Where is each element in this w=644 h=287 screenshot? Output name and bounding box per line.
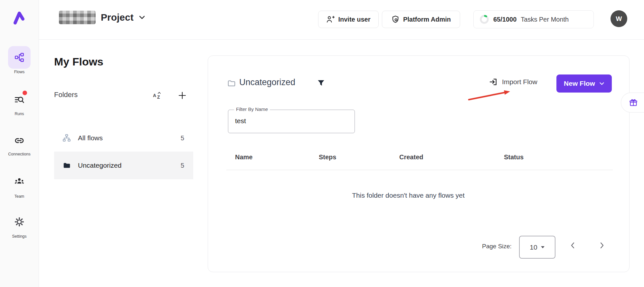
sidebar-item-label: Runs	[0, 112, 39, 116]
chevron-down-icon	[599, 82, 604, 85]
filter-by-name-input[interactable]	[229, 110, 357, 132]
progress-ring-icon	[479, 15, 489, 24]
new-flow-button[interactable]: New Flow	[556, 74, 612, 93]
redacted-project-name	[59, 11, 96, 24]
page-size-select[interactable]: 10	[519, 236, 555, 259]
import-icon	[489, 77, 498, 86]
task-usage-label: Tasks Per Month	[521, 16, 569, 23]
gear-icon[interactable]	[14, 217, 24, 227]
task-usage-value: 65/1000	[493, 16, 516, 23]
platform-admin-button[interactable]: Platform Admin	[382, 11, 460, 28]
chevron-down-icon	[138, 15, 146, 20]
shield-icon	[391, 15, 400, 24]
svg-text:Z: Z	[157, 94, 160, 100]
sidebar-item-label: Settings	[0, 234, 39, 239]
previous-page-button[interactable]	[569, 241, 577, 250]
invite-user-button[interactable]: Invite user	[318, 11, 379, 28]
avatar-initial: W	[616, 15, 622, 23]
project-switcher[interactable]: Project	[59, 8, 146, 27]
app-window: Flows Runs Connections	[0, 0, 644, 287]
folder-item-count: 5	[181, 134, 184, 142]
rewards-tab[interactable]	[621, 93, 644, 113]
folder-item-count: 5	[181, 162, 184, 169]
panel-folder-title: Uncategorized	[239, 77, 295, 87]
filter-by-name-label: Filter By Name	[234, 106, 270, 112]
folder-icon	[62, 161, 71, 170]
project-label: Project	[101, 12, 134, 23]
gift-icon	[629, 98, 638, 107]
column-header-status: Status	[504, 153, 524, 161]
page-size-value: 10	[530, 243, 537, 251]
sitemap-icon	[62, 134, 71, 142]
folders-heading: Folders	[54, 91, 78, 99]
filter-funnel-icon[interactable]	[317, 79, 325, 87]
avatar[interactable]: W	[611, 10, 627, 27]
sort-alphabetical-icon[interactable]: A Z	[153, 92, 162, 100]
sidebar-item-label: Flows	[0, 70, 39, 74]
svg-text:A: A	[153, 93, 156, 98]
folder-icon	[227, 79, 236, 88]
add-folder-button[interactable]	[178, 91, 187, 100]
folder-item-label: All flows	[78, 134, 103, 142]
team-icon[interactable]	[14, 176, 24, 186]
sidebar-item-flows[interactable]	[8, 46, 31, 69]
runs-icon[interactable]	[14, 95, 24, 105]
activepieces-logo[interactable]	[13, 11, 25, 25]
table-header-divider	[226, 170, 613, 170]
column-header-steps: Steps	[319, 153, 336, 161]
empty-state-message: This folder doesn't have any flows yet	[226, 192, 590, 199]
sidebar: Flows Runs Connections	[0, 0, 39, 287]
runs-notification-dot	[23, 91, 27, 95]
platform-admin-label: Platform Admin	[403, 16, 451, 23]
page-size-label: Page Size:	[482, 243, 512, 250]
caret-down-icon	[541, 246, 545, 249]
task-usage-badge[interactable]: 65/1000 Tasks Per Month	[473, 10, 594, 28]
sidebar-item-label: Team	[0, 194, 39, 199]
folder-item-label: Uncategorized	[78, 162, 121, 169]
page-title: My Flows	[54, 55, 103, 68]
next-page-button[interactable]	[598, 241, 606, 250]
invite-user-label: Invite user	[338, 16, 370, 23]
folder-item-uncategorized[interactable]: Uncategorized 5	[54, 152, 193, 179]
link-icon[interactable]	[14, 135, 24, 146]
column-header-name: Name	[235, 153, 252, 161]
new-flow-label: New Flow	[564, 80, 595, 87]
header-divider	[39, 39, 644, 40]
folder-item-all-flows[interactable]: All flows 5	[54, 129, 193, 147]
column-header-created: Created	[399, 153, 423, 161]
import-flow-button[interactable]: Import Flow	[489, 77, 537, 86]
user-plus-icon	[326, 15, 335, 24]
workflow-icon	[14, 52, 24, 63]
import-flow-label: Import Flow	[502, 78, 537, 86]
sidebar-item-label: Connections	[0, 152, 39, 156]
